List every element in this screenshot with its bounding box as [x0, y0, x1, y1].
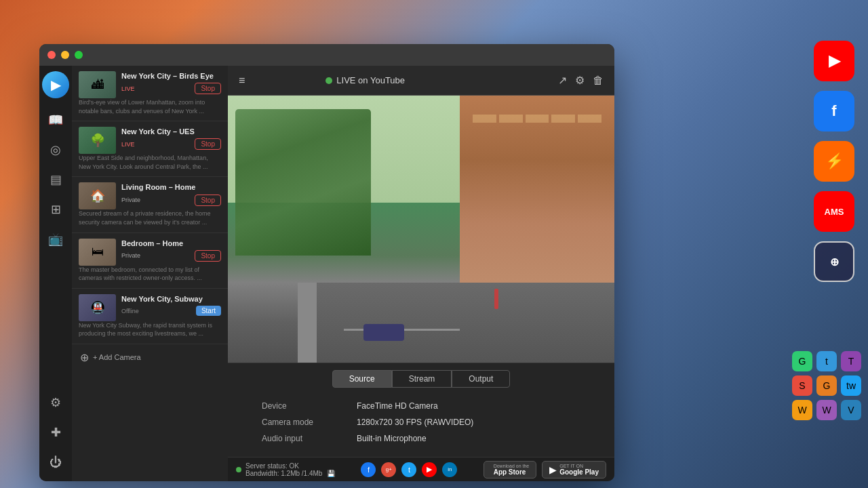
tabs-row: Source Stream Output: [228, 363, 614, 394]
video-preview: [228, 96, 614, 363]
facebook-desktop-icon[interactable]: f: [814, 91, 854, 131]
audio-input-row: Audio input Built-in Microphone: [262, 434, 601, 443]
camera-thumb-5: 🚇: [79, 294, 116, 321]
share-icon[interactable]: ↗: [558, 74, 567, 87]
camera-item-2[interactable]: 🌳 New York City – UES LIVE Stop Upper Ea…: [72, 121, 228, 177]
minimize-button[interactable]: [61, 51, 69, 59]
sidebar-item-book[interactable]: 📖: [42, 106, 69, 134]
menu-icon[interactable]: ≡: [239, 75, 245, 87]
small-icon-tw[interactable]: tw: [841, 375, 861, 396]
social-linkedin[interactable]: in: [442, 462, 457, 477]
main-content: ≡ LIVE on YouTube ↗ ⚙ 🗑: [228, 66, 614, 481]
social-icons: f g+ t ▶ in: [361, 462, 457, 477]
small-icon-t[interactable]: t: [816, 351, 837, 371]
top-bar-actions: ↗ ⚙ 🗑: [558, 74, 604, 87]
sidebar-item-grid[interactable]: ⊞: [42, 196, 69, 223]
camera-mode-row: Camera mode 868x488 30 FPS (RAWVIDEO): [262, 418, 601, 427]
app-window: ▶ 📖 ◎ ▤ ⊞ 📺 ⚙ ✚: [39, 44, 614, 481]
device-row: Device FaceTime HD Camera: [262, 401, 601, 411]
small-icons-cluster: G t T S G tw W W V: [792, 351, 861, 420]
camera-info-3: Living Room – Home Private Stop: [121, 182, 221, 208]
social-google-plus[interactable]: g+: [381, 462, 396, 477]
street-scene: [228, 96, 614, 363]
sidebar: ▶ 📖 ◎ ▤ ⊞ 📺 ⚙ ✚: [39, 66, 72, 481]
sidebar-item-power[interactable]: ⏻: [42, 449, 69, 476]
stop-button-4[interactable]: Stop: [195, 250, 221, 262]
camera-item-3[interactable]: 🏠 Living Room – Home Private Stop Secure…: [72, 177, 228, 232]
source-info: Device FaceTime HD Camera Camera mode 12…: [228, 394, 614, 457]
live-indicator: LIVE on YouTube: [326, 75, 405, 85]
sidebar-item-video[interactable]: 📺: [42, 226, 69, 253]
delete-icon[interactable]: 🗑: [593, 75, 604, 87]
small-icon-g[interactable]: G: [792, 351, 812, 371]
tab-output[interactable]: Output: [452, 370, 510, 388]
tab-source[interactable]: Source: [332, 370, 392, 388]
camera-info-5: New York City, Subway Offline Start: [121, 294, 221, 319]
close-button[interactable]: [47, 51, 56, 59]
lightning-desktop-icon[interactable]: ⚡: [814, 141, 854, 182]
ams-desktop-icon[interactable]: AMS: [814, 191, 854, 232]
stop-button-2[interactable]: Stop: [195, 138, 221, 150]
top-bar: ≡ LIVE on YouTube ↗ ⚙ 🗑: [228, 66, 614, 96]
start-button-5[interactable]: Start: [196, 306, 221, 316]
app-store-badge[interactable]: Download on the App Store: [484, 461, 537, 479]
camera-thumb-1: 🏙: [79, 71, 116, 98]
target-desktop-icon[interactable]: ⊕: [814, 241, 854, 282]
live-dot: [326, 77, 332, 84]
stop-button-3[interactable]: Stop: [195, 195, 221, 206]
app-footer: Server status: OK Bandwidth: 1.2Mb /1.4M…: [228, 457, 614, 481]
camera-item-1[interactable]: 🏙 New York City – Birds Eye LIVE Stop Bi…: [72, 66, 228, 121]
desktop-icons-panel: ▶ f ⚡ AMS ⊕: [814, 41, 854, 282]
camera-item-4[interactable]: 🛏 Bedroom – Home Private Stop The master…: [72, 233, 228, 289]
app-logo[interactable]: ▶: [42, 71, 69, 98]
small-icon-wp[interactable]: W: [816, 400, 837, 420]
camera-thumb-3: 🏠: [79, 182, 116, 209]
stop-button-1[interactable]: Stop: [195, 83, 221, 94]
camera-item-5[interactable]: 🚇 New York City, Subway Offline Start Ne…: [72, 289, 228, 344]
google-play-icon: ▶: [549, 464, 557, 475]
google-play-badge[interactable]: ▶ GET IT ON Google Play: [542, 461, 606, 479]
add-camera-button[interactable]: ⊕ + Add Camera: [72, 344, 228, 371]
sidebar-item-add[interactable]: ✚: [42, 419, 69, 446]
small-icon-g2[interactable]: G: [816, 375, 837, 396]
sidebar-item-location[interactable]: ◎: [42, 136, 69, 163]
video-preview-area: [228, 96, 614, 363]
title-bar: [39, 44, 614, 66]
sidebar-item-settings[interactable]: ⚙: [42, 389, 69, 416]
small-icon-w[interactable]: W: [792, 400, 812, 420]
store-badges: Download on the App Store ▶ GET IT ON Go…: [484, 461, 606, 479]
bottom-panel: Source Stream Output Device FaceTime HD …: [228, 363, 614, 457]
camera-thumb-2: 🌳: [79, 127, 116, 154]
maximize-button[interactable]: [75, 51, 83, 59]
small-icon-T[interactable]: T: [841, 351, 861, 371]
camera-info-1: New York City – Birds Eye LIVE Stop: [121, 71, 221, 97]
small-icon-s[interactable]: S: [792, 375, 812, 396]
social-twitter[interactable]: t: [401, 462, 416, 477]
disk-icon: 💾: [327, 470, 335, 477]
server-status: Server status: OK Bandwidth: 1.2Mb /1.4M…: [236, 462, 335, 477]
camera-info-2: New York City – UES LIVE Stop: [121, 127, 221, 152]
small-icon-v[interactable]: V: [841, 400, 861, 420]
camera-info-4: Bedroom – Home Private Stop: [121, 239, 221, 264]
app-body: ▶ 📖 ◎ ▤ ⊞ 📺 ⚙ ✚: [39, 66, 614, 481]
tab-stream[interactable]: Stream: [392, 370, 452, 388]
camera-list: 🏙 New York City – Birds Eye LIVE Stop Bi…: [72, 66, 228, 481]
youtube-desktop-icon[interactable]: ▶: [814, 41, 854, 81]
camera-thumb-4: 🛏: [79, 239, 116, 266]
social-youtube[interactable]: ▶: [422, 462, 437, 477]
sidebar-item-list[interactable]: ▤: [42, 166, 69, 193]
status-dot: [236, 467, 241, 472]
settings-icon[interactable]: ⚙: [575, 74, 585, 87]
social-facebook[interactable]: f: [361, 462, 376, 477]
